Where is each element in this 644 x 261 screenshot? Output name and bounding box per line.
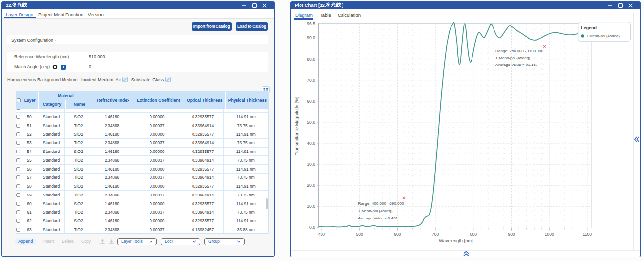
- svg-text:700: 700: [432, 232, 439, 237]
- svg-text:T Mean-pol (45deg): T Mean-pol (45deg): [586, 34, 620, 38]
- svg-text:80.0: 80.0: [307, 57, 315, 62]
- svg-text:60.0: 60.0: [307, 99, 315, 104]
- svg-text:T Mean-pol (45deg): T Mean-pol (45deg): [358, 209, 393, 213]
- svg-text:1000: 1000: [545, 232, 554, 237]
- svg-text:Legend: Legend: [581, 25, 597, 30]
- svg-text:T Mean-pol (45deg): T Mean-pol (45deg): [495, 56, 530, 60]
- svg-text:96.5: 96.5: [307, 22, 315, 26]
- svg-text:Wavelength [nm]: Wavelength [nm]: [439, 239, 472, 243]
- svg-text:Range: 400.000 - 690.000: Range: 400.000 - 690.000: [358, 201, 405, 206]
- svg-text:400: 400: [318, 232, 325, 237]
- svg-text:90.0: 90.0: [307, 35, 315, 40]
- svg-text:40.0: 40.0: [307, 141, 315, 146]
- svg-text:0.0: 0.0: [309, 225, 315, 230]
- svg-text:Transmittance Magnitude [%]: Transmittance Magnitude [%]: [294, 97, 299, 156]
- svg-text:20.0: 20.0: [307, 183, 315, 188]
- svg-text:Average Value = 91.167: Average Value = 91.167: [495, 63, 538, 67]
- svg-text:50.0: 50.0: [307, 120, 315, 125]
- svg-text:1100: 1100: [583, 232, 592, 237]
- svg-text:500: 500: [356, 232, 363, 237]
- svg-text:×: ×: [543, 44, 546, 49]
- svg-text:Average Value = 0.431: Average Value = 0.431: [358, 216, 398, 220]
- svg-text:70.0: 70.0: [307, 78, 315, 83]
- svg-text:600: 600: [394, 232, 401, 237]
- svg-text:10.0: 10.0: [307, 204, 315, 209]
- svg-text:30.0: 30.0: [307, 162, 315, 167]
- svg-text:900: 900: [508, 232, 515, 237]
- svg-text:Range: 750.000 - 1100.000: Range: 750.000 - 1100.000: [495, 49, 543, 53]
- svg-text:800: 800: [470, 232, 477, 237]
- svg-text:×: ×: [402, 196, 405, 201]
